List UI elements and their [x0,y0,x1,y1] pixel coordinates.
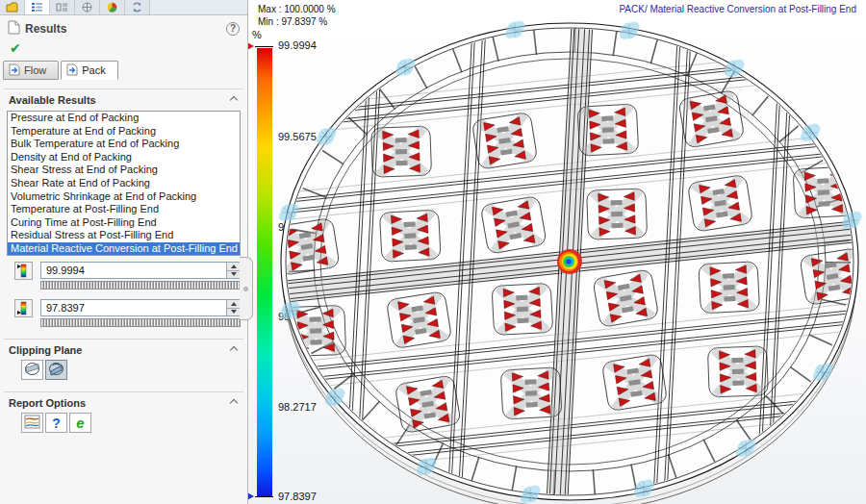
available-results-label: Available Results [9,94,231,106]
spin-up-icon[interactable] [231,265,237,268]
max-value-field[interactable]: 99.9994 [40,262,241,279]
folder-icon [6,2,18,13]
model-wireframe[interactable] [248,0,866,504]
clipping-plane-x-button[interactable] [21,360,43,380]
property-list-icon [31,2,43,13]
pack-tab-icon [66,63,78,78]
featuremanager-tab[interactable] [0,0,25,14]
available-results-list: Pressure at End of Packing Temperature a… [7,111,241,256]
spin-down-icon[interactable] [231,310,237,314]
plot-curves-icon [24,415,40,431]
min-value-field[interactable]: 97.8397 [40,299,241,316]
clipping-plane-flip-button[interactable] [45,360,67,380]
result-item[interactable]: Volumetric Shrinkage at End of Packing [8,190,240,204]
max-value-slider[interactable] [40,281,241,290]
result-item[interactable]: Temperature at Post-Filling End [8,203,240,216]
help-icon[interactable]: ? [226,22,240,36]
clip-plane-flip-icon [48,362,64,378]
spin-up-icon[interactable] [231,302,237,306]
panel-title: Results [25,22,226,36]
result-item[interactable]: Shear Rate at End of Packing [8,177,240,190]
viewport-3d[interactable]: Max : 100.0000 % Min : 97.8397 % % 99.99… [248,0,866,504]
dimension-icon [81,2,93,13]
explorer-icon: e [76,415,84,431]
web-report-button[interactable]: e [69,413,91,433]
spin-down-icon[interactable] [231,272,237,276]
tab-flow[interactable]: Flow [3,61,59,80]
viewport-result-title: PACK/ Material Reactive Conversion at Po… [619,4,856,14]
dimxpertmanager-tab[interactable] [75,0,100,14]
min-value[interactable]: 97.8397 [41,300,226,315]
help-report-button[interactable]: ? [45,413,67,433]
max-value[interactable]: 99.9994 [41,263,226,278]
xy-plot-button[interactable] [21,413,43,433]
result-item[interactable]: Temperature at End of Packing [8,125,240,139]
result-item[interactable]: Residual Stress at Post-Filling End [8,229,240,242]
result-item-selected[interactable]: Material Reactive Conversion at Post-Fil… [8,242,240,256]
results-page-icon [8,20,20,37]
panel-splitter-handle[interactable] [240,257,253,320]
legend-max-icon[interactable] [14,262,33,280]
app-window: { "viewport": { "title": "PACK/ Material… [0,0,866,504]
question-icon: ? [52,416,61,431]
min-value-slider[interactable] [40,318,241,327]
refresh-icon [131,2,143,13]
min-value-spinner[interactable] [226,300,240,315]
result-item[interactable]: Pressure at End of Packing [8,112,240,125]
tab-pack[interactable]: Pack [61,61,117,80]
displaymanager-tab[interactable] [100,0,125,14]
collapse-chevron-available-results[interactable] [230,96,238,104]
flow-tab-icon [9,63,20,78]
report-options-label: Report Options [9,397,231,409]
manager-tab-strip [0,0,247,15]
result-item[interactable]: Shear Stress at End of Packing [8,164,240,177]
gate-result-spot [557,249,582,274]
pack-tab-label: Pack [82,64,105,76]
configuration-icon [56,2,68,13]
flow-tab-label: Flow [24,64,46,76]
flow-pack-tabs: Flow Pack [3,61,247,80]
splitter-grip-icon [243,287,248,291]
propertymanager-tab[interactable] [25,0,50,14]
result-item[interactable]: Bulk Temperature at End of Packing [8,138,240,151]
result-item[interactable]: Curing Time at Post-Filling End [8,216,240,230]
display-sphere-icon [106,2,118,13]
legend-min-icon[interactable] [14,299,33,317]
collapse-chevron-clipping[interactable] [230,346,238,354]
ok-check-icon[interactable]: ✔ [10,40,247,56]
refresh-tab[interactable] [125,0,150,14]
clip-plane-icon [24,362,40,378]
property-manager-panel: Results ? ✔ Flow Pack Available Results … [0,0,248,504]
max-value-spinner[interactable] [226,263,240,278]
clipping-plane-label: Clipping Plane [9,344,231,356]
configurationmanager-tab[interactable] [50,0,75,14]
result-item[interactable]: Density at End of Packing [8,151,240,164]
collapse-chevron-report[interactable] [230,399,238,407]
